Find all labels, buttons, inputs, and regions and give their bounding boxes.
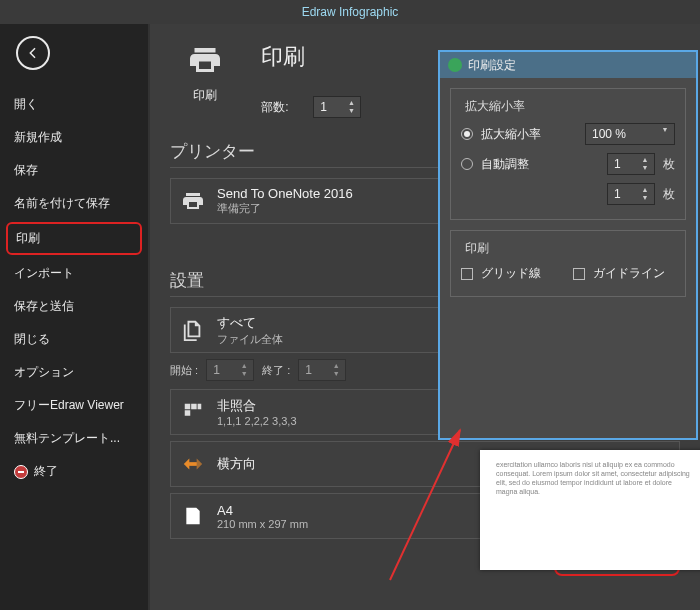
paper-sub: 210 mm x 297 mm — [217, 518, 308, 530]
printer-row-icon — [179, 187, 207, 215]
radio-scale[interactable] — [461, 128, 473, 140]
sidebar-item-import[interactable]: インポート — [0, 257, 148, 290]
end-label: 終了 : — [262, 363, 290, 378]
sidebar-item-save-send[interactable]: 保存と送信 — [0, 290, 148, 323]
copies-label: 部数: — [261, 99, 301, 116]
collate-main: 非照合 — [217, 397, 297, 415]
scale-fieldset: 拡大縮小率 拡大縮小率 100 % ▼ 自動調整 1 ▲▼ 枚 1 ▲▼ 枚 — [450, 88, 686, 220]
back-button[interactable] — [16, 36, 50, 70]
orientation-icon — [179, 450, 207, 478]
radio-fit-label: 自動調整 — [481, 156, 529, 173]
copies-value: 1 — [320, 100, 327, 114]
dialog-titlebar[interactable]: 印刷設定 — [440, 52, 696, 78]
pages-sub: ファイル全体 — [217, 332, 283, 347]
sidebar-item-close[interactable]: 閉じる — [0, 323, 148, 356]
scale-legend: 拡大縮小率 — [461, 98, 529, 115]
copies-input[interactable]: 1 ▲▼ — [313, 96, 361, 118]
sidebar-item-templates[interactable]: 無料テンプレート... — [0, 422, 148, 455]
fit-unit: 枚 — [663, 156, 675, 173]
start-label: 開始 : — [170, 363, 198, 378]
guide-checkbox[interactable] — [573, 268, 585, 280]
radio-fit[interactable] — [461, 158, 473, 170]
collate-icon — [179, 398, 207, 426]
page-title: 印刷 — [261, 42, 361, 72]
sidebar-item-save-as[interactable]: 名前を付けて保存 — [0, 187, 148, 220]
sidebar-item-options[interactable]: オプション — [0, 356, 148, 389]
exit-icon — [14, 465, 28, 479]
sidebar-item-save[interactable]: 保存 — [0, 154, 148, 187]
radio-scale-label: 拡大縮小率 — [481, 126, 541, 143]
paper-icon — [179, 502, 207, 530]
print-preview: exercitation ullamco laboris nisi ut ali… — [480, 450, 700, 570]
print-legend: 印刷 — [461, 240, 493, 257]
fit-height-input[interactable]: 1 ▲▼ — [607, 183, 655, 205]
grid-checkbox[interactable] — [461, 268, 473, 280]
sidebar-item-new[interactable]: 新規作成 — [0, 121, 148, 154]
print-icon-caption[interactable]: 印刷 — [170, 87, 240, 104]
fit-unit-2: 枚 — [663, 186, 675, 203]
printer-icon — [185, 42, 225, 78]
app-title: Edraw Infographic — [0, 0, 700, 24]
orientation-main: 横方向 — [217, 455, 256, 473]
pages-main: すべて — [217, 314, 283, 332]
end-input[interactable]: 1 ▲▼ — [298, 359, 346, 381]
dialog-title: 印刷設定 — [468, 57, 516, 74]
print-settings-dialog: 印刷設定 拡大縮小率 拡大縮小率 100 % ▼ 自動調整 1 ▲▼ 枚 1 ▲… — [438, 50, 698, 440]
printer-name: Send To OneNote 2016 — [217, 186, 353, 201]
dialog-icon — [448, 58, 462, 72]
printer-status: 準備完了 — [217, 201, 353, 216]
exit-label: 終了 — [34, 463, 58, 480]
guide-label: ガイドライン — [593, 265, 665, 282]
sidebar-item-print[interactable]: 印刷 — [6, 222, 142, 255]
collate-sub: 1,1,1 2,2,2 3,3,3 — [217, 415, 297, 427]
pages-icon — [179, 316, 207, 344]
sidebar-item-open[interactable]: 開く — [0, 88, 148, 121]
fit-width-input[interactable]: 1 ▲▼ — [607, 153, 655, 175]
start-input[interactable]: 1 ▲▼ — [206, 359, 254, 381]
sidebar-item-viewer[interactable]: フリーEdraw Viewer — [0, 389, 148, 422]
grid-label: グリッド線 — [481, 265, 541, 282]
paper-main: A4 — [217, 503, 308, 518]
back-arrow-icon — [24, 44, 42, 62]
copies-down[interactable]: ▼ — [344, 107, 358, 115]
scale-value-input[interactable]: 100 % ▼ — [585, 123, 675, 145]
backstage-sidebar: 開く 新規作成 保存 名前を付けて保存 印刷 インポート 保存と送信 閉じる オ… — [0, 24, 150, 610]
print-fieldset: 印刷 グリッド線 ガイドライン — [450, 230, 686, 297]
sidebar-item-exit[interactable]: 終了 — [0, 455, 148, 488]
copies-up[interactable]: ▲ — [344, 99, 358, 107]
